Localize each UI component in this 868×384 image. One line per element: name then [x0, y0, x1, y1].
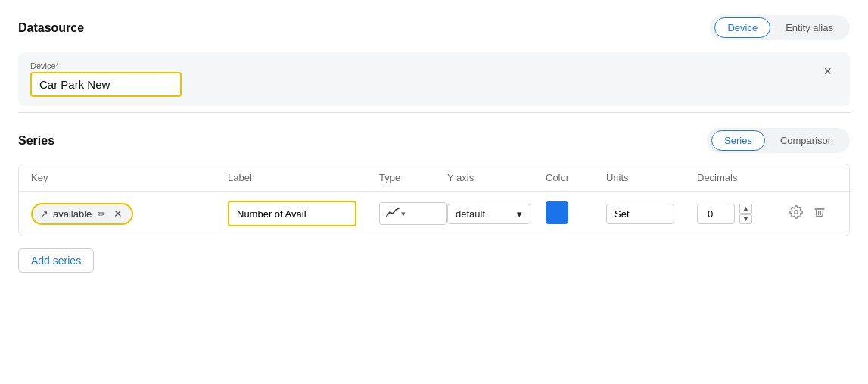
- units-input[interactable]: [606, 204, 674, 224]
- series-title: Series: [18, 134, 54, 148]
- decimals-decrement-button[interactable]: ▼: [739, 214, 752, 224]
- type-dropdown-arrow-icon: ▾: [401, 209, 406, 219]
- decimals-increment-button[interactable]: ▲: [739, 204, 752, 214]
- decimals-input[interactable]: [697, 204, 735, 224]
- col-key: Key: [31, 172, 228, 183]
- device-input-wrapper[interactable]: Car Park New: [30, 72, 182, 97]
- y-axis-dropdown-arrow-icon: ▾: [517, 208, 522, 220]
- series-section-header: Series Series Comparison: [18, 128, 850, 153]
- delete-series-button[interactable]: [812, 204, 827, 224]
- units-cell: [606, 204, 697, 224]
- y-axis-select[interactable]: default ▾: [447, 204, 530, 224]
- col-color: Color: [546, 172, 606, 183]
- settings-button[interactable]: [788, 204, 804, 224]
- datasource-title: Datasource: [18, 21, 84, 35]
- col-label: Label: [228, 172, 379, 183]
- datasource-input-area: Device* Car Park New ×: [18, 52, 850, 106]
- spinner-arrows: ▲ ▼: [739, 204, 752, 224]
- col-decimals: Decimals: [697, 172, 788, 183]
- tab-comparison[interactable]: Comparison: [768, 131, 845, 150]
- key-chip-label: available: [53, 208, 92, 220]
- label-cell: [228, 201, 379, 226]
- col-actions: [788, 172, 848, 183]
- remove-key-button[interactable]: ✕: [112, 208, 124, 219]
- device-value: Car Park New: [39, 78, 110, 91]
- type-select[interactable]: ▾: [379, 202, 447, 225]
- col-units: Units: [606, 172, 697, 183]
- trend-up-icon: ↗: [40, 208, 48, 220]
- edit-key-button[interactable]: ✏: [96, 208, 107, 220]
- device-field-label: Device*: [30, 61, 817, 70]
- label-input-wrapper[interactable]: [228, 201, 356, 226]
- series-table-header-row: Key Label Type Y axis Color Units Decima…: [19, 164, 849, 192]
- decimals-area: ▲ ▼: [697, 204, 788, 224]
- key-chip: ↗ available ✏ ✕: [31, 203, 133, 225]
- type-cell: ▾: [379, 202, 447, 225]
- color-cell: [546, 201, 606, 226]
- y-axis-cell: default ▾: [447, 204, 546, 224]
- close-device-button[interactable]: ×: [817, 61, 838, 81]
- decimals-cell: ▲ ▼: [697, 204, 788, 224]
- tab-device[interactable]: Device: [714, 17, 770, 38]
- add-series-button[interactable]: Add series: [18, 248, 94, 273]
- col-y-axis: Y axis: [447, 172, 546, 183]
- y-axis-value: default: [456, 208, 485, 220]
- label-input[interactable]: [237, 208, 347, 220]
- key-cell: ↗ available ✏ ✕: [31, 203, 228, 225]
- row-actions: [788, 204, 848, 224]
- tab-entity-alias[interactable]: Entity alias: [773, 18, 845, 37]
- datasource-section-header: Datasource Device Entity alias: [18, 15, 850, 40]
- col-type: Type: [379, 172, 447, 183]
- table-row: ↗ available ✏ ✕: [19, 192, 849, 236]
- series-tab-group: Series Comparison: [707, 128, 850, 153]
- separator: [18, 112, 850, 113]
- line-chart-icon: [386, 207, 400, 220]
- datasource-tab-group: Device Entity alias: [710, 15, 850, 40]
- color-swatch[interactable]: [546, 201, 568, 224]
- tab-series[interactable]: Series: [711, 130, 765, 151]
- svg-point-0: [795, 210, 798, 214]
- series-table: Key Label Type Y axis Color Units Decima…: [18, 164, 850, 236]
- device-field-container: Device* Car Park New: [30, 61, 817, 97]
